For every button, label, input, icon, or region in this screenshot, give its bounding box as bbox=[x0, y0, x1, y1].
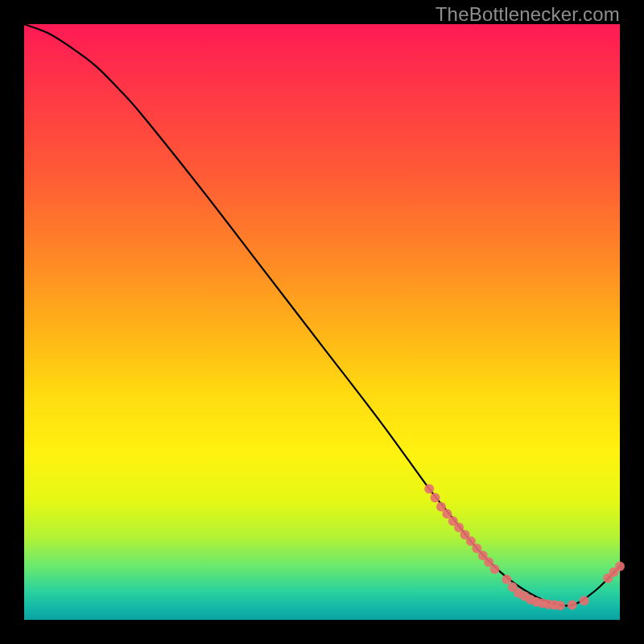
data-marker bbox=[431, 493, 440, 502]
data-marker bbox=[502, 575, 511, 584]
bottleneck-curve bbox=[24, 24, 620, 605]
watermark-label: TheBottlenecker.com bbox=[436, 3, 620, 26]
chart-stage: TheBottlenecker.com bbox=[0, 0, 644, 644]
data-marker bbox=[555, 601, 565, 610]
curve-overlay bbox=[24, 24, 620, 620]
plot-area bbox=[24, 24, 620, 620]
data-marker bbox=[568, 601, 577, 610]
data-marker bbox=[580, 596, 589, 605]
data-marker bbox=[490, 564, 500, 574]
data-marker bbox=[424, 484, 434, 493]
data-marker bbox=[615, 561, 625, 571]
